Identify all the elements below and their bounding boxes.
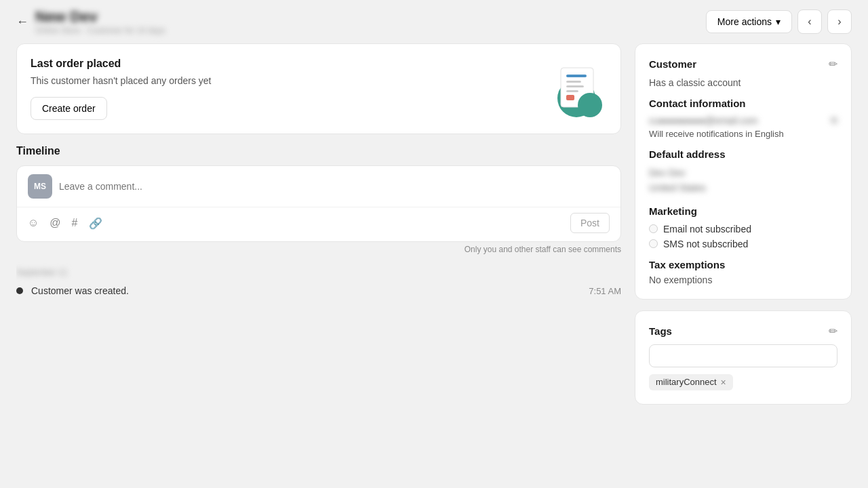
tags-section-header: Tags ✏ [649, 325, 837, 338]
top-bar: ← New Dev Online Store · Customer for 14… [0, 0, 868, 43]
svg-rect-4 [566, 85, 584, 87]
more-actions-label: More actions [717, 16, 772, 27]
tag-remove-button[interactable]: × [721, 377, 726, 388]
marketing-section: Marketing Email not subscribed SMS not s… [649, 205, 837, 249]
contact-title: Contact information [649, 98, 837, 109]
tags-title: Tags [649, 325, 672, 337]
email-value: cu●●●●●●●●@email.com [649, 115, 757, 126]
copy-icon[interactable]: ⧉ [831, 115, 837, 126]
email-marketing-label: Email not subscribed [663, 224, 751, 235]
timeline-events: September 11 Customer was created. 7:51 … [16, 268, 621, 296]
svg-rect-6 [566, 95, 574, 100]
create-order-button[interactable]: Create order [31, 97, 107, 120]
contact-section: Contact information cu●●●●●●●●@email.com… [649, 98, 837, 139]
sms-marketing-item: SMS not subscribed [649, 239, 837, 249]
hashtag-icon[interactable]: # [72, 217, 78, 230]
order-card-description: This customer hasn't placed any orders y… [31, 75, 211, 86]
address-line1: Dev Dev [649, 165, 837, 180]
tax-title: Tax exemptions [649, 259, 837, 270]
sms-marketing-label: SMS not subscribed [663, 239, 748, 249]
comment-input-row: MS [17, 166, 620, 207]
tags-list: militaryConnect × [649, 374, 837, 390]
chevron-down-icon: ▾ [776, 16, 781, 27]
svg-rect-5 [566, 90, 578, 92]
order-card: Last order placed This customer hasn't p… [16, 43, 621, 134]
event-dot [16, 287, 23, 294]
svg-point-7 [578, 93, 602, 117]
avatar: MS [28, 174, 52, 199]
breadcrumb: Online Store · Customer for 14 days [35, 26, 165, 35]
tags-input[interactable] [649, 344, 837, 367]
account-type: Has a classic account [649, 77, 837, 88]
event-text: Customer was created. [31, 285, 580, 296]
comment-input[interactable] [59, 181, 610, 192]
right-panel: Customer ✏ Has a classic account Contact… [635, 43, 852, 477]
tag-label: militaryConnect [656, 377, 717, 387]
email-marketing-radio[interactable] [649, 224, 658, 233]
tax-section: Tax exemptions No exemptions [649, 259, 837, 285]
customer-title: Customer [649, 58, 696, 70]
tags-card: Tags ✏ militaryConnect × [635, 310, 852, 405]
order-card-left: Last order placed This customer hasn't p… [31, 58, 211, 120]
event-time: 7:51 AM [589, 286, 621, 296]
tax-value: No exemptions [649, 274, 837, 285]
timeline-title: Timeline [16, 145, 621, 157]
more-actions-button[interactable]: More actions ▾ [706, 10, 792, 33]
order-card-title: Last order placed [31, 58, 211, 70]
timeline-event: Customer was created. 7:51 AM [16, 285, 621, 296]
order-illustration [546, 58, 607, 119]
next-nav-button[interactable]: › [827, 9, 852, 34]
svg-rect-2 [566, 75, 587, 77]
prev-nav-button[interactable]: ‹ [797, 9, 822, 34]
tag-chip-militaryconnect: militaryConnect × [649, 374, 733, 390]
left-panel: Last order placed This customer hasn't p… [16, 43, 621, 477]
email-marketing-item: Email not subscribed [649, 224, 837, 235]
emoji-icon[interactable]: ☺ [28, 217, 39, 230]
svg-rect-3 [566, 81, 581, 83]
timeline-date: September 11 [16, 268, 621, 277]
timeline-section: Timeline MS ☺ @ # 🔗 Post Only you [16, 145, 621, 477]
customer-section-header: Customer ✏ [649, 58, 837, 70]
address-line2: United States [649, 180, 837, 195]
post-button[interactable]: Post [570, 213, 610, 233]
toolbar-icons: ☺ @ # 🔗 [28, 217, 102, 230]
main-content: Last order placed This customer hasn't p… [0, 43, 868, 477]
comment-box: MS ☺ @ # 🔗 Post [16, 165, 621, 242]
page-title: New Dev [35, 8, 165, 26]
mention-icon[interactable]: @ [50, 217, 60, 230]
address-section: Default address Dev Dev United States [649, 148, 837, 196]
top-bar-left: ← New Dev Online Store · Customer for 14… [16, 8, 165, 35]
marketing-title: Marketing [649, 205, 837, 217]
notification-lang: Will receive notifications in English [649, 129, 837, 139]
sms-marketing-radio[interactable] [649, 239, 658, 248]
back-button[interactable]: ← [16, 15, 28, 29]
customer-card: Customer ✏ Has a classic account Contact… [635, 43, 852, 300]
contact-email: cu●●●●●●●●@email.com ⧉ [649, 115, 837, 126]
link-icon[interactable]: 🔗 [89, 217, 102, 230]
staff-note: Only you and other staff can see comment… [16, 242, 621, 262]
top-bar-right: More actions ▾ ‹ › [706, 9, 852, 34]
comment-toolbar: ☺ @ # 🔗 Post [17, 207, 620, 241]
tags-edit-icon[interactable]: ✏ [829, 325, 837, 338]
customer-edit-icon[interactable]: ✏ [829, 58, 837, 70]
address-title: Default address [649, 148, 837, 160]
